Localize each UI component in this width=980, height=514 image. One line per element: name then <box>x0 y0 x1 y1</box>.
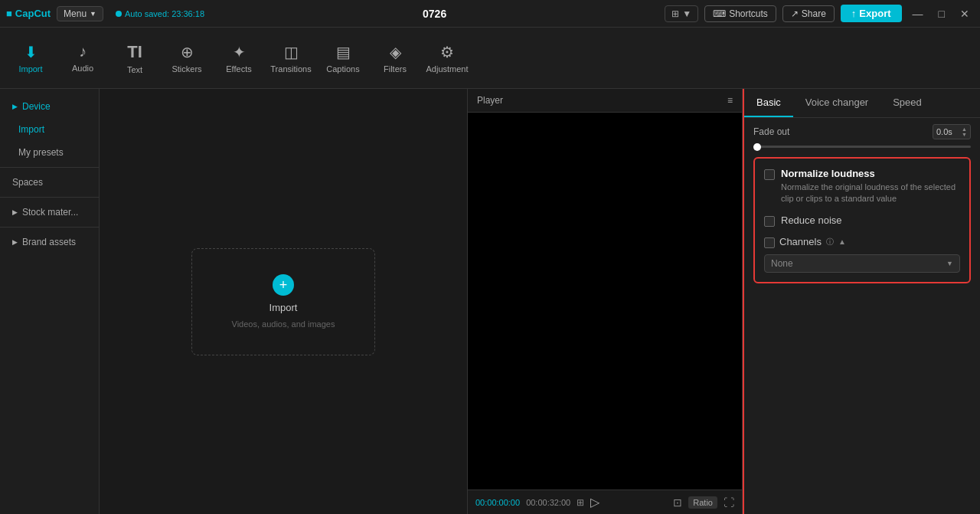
minimize-button[interactable]: — <box>908 6 928 21</box>
tool-captions[interactable]: ▤ Captions <box>318 31 368 85</box>
import-sublabel: Videos, audios, and images <box>232 319 335 329</box>
reduce-noise-row: Reduce noise <box>764 214 960 227</box>
export-button[interactable]: ↑ Export <box>841 5 902 22</box>
separator <box>0 167 99 168</box>
channels-dropdown[interactable]: None ▼ <box>764 254 960 273</box>
spin-arrows: ▲ ▼ <box>962 126 967 137</box>
player-video <box>468 113 742 489</box>
player-area: Player ≡ 00:00:00:00 00:00:32:00 ⊞ ▷ ⊡ R… <box>467 89 743 514</box>
channels-checkbox[interactable] <box>764 237 775 248</box>
slider-track[interactable] <box>753 146 971 148</box>
fade-out-slider <box>753 146 971 148</box>
adjustment-icon: ⚙ <box>440 43 454 61</box>
separator <box>0 197 99 198</box>
autosave-indicator: Auto saved: 23:36:18 <box>116 9 204 18</box>
timecode-total: 00:00:32:00 <box>526 498 570 507</box>
import-label: Import <box>270 302 298 313</box>
device-arrow: ▶ <box>12 103 18 110</box>
topbar-right: ⊞ ▼ ⌨ Shortcuts ↗ Share ↑ Export — □ ✕ <box>665 5 974 22</box>
tool-stickers[interactable]: ⊕ Stickers <box>162 31 211 85</box>
normalize-loudness-checkbox[interactable] <box>764 169 775 180</box>
fade-out-label: Fade out <box>753 126 926 137</box>
tool-import[interactable]: ⬇ Import <box>6 31 55 85</box>
player-controls: 00:00:00:00 00:00:32:00 ⊞ ▷ ⊡ Ratio ⛶ <box>468 489 742 514</box>
fade-out-section: Fade out 0.0s ▲ ▼ <box>753 124 971 148</box>
player-title: Player <box>477 95 503 106</box>
tool-effects[interactable]: ✦ Effects <box>214 31 263 85</box>
left-device[interactable]: ▶ Device <box>0 95 99 118</box>
import-icon: ⬇ <box>24 43 38 61</box>
effects-icon: ✦ <box>233 43 246 61</box>
player-header: Player ≡ <box>468 89 742 113</box>
separator <box>0 227 99 228</box>
menu-button[interactable]: Menu ▼ <box>57 6 103 21</box>
slider-thumb[interactable] <box>753 143 761 151</box>
left-panel: ▶ Device Import My presets Spaces ▶ Stoc… <box>0 89 100 514</box>
player-menu-icon[interactable]: ≡ <box>727 95 733 106</box>
close-button[interactable]: ✕ <box>956 6 974 21</box>
app-logo: ■ CapCut <box>6 8 51 19</box>
tab-voice-changer[interactable]: Voice changer <box>793 89 880 117</box>
fade-out-row: Fade out 0.0s ▲ ▼ <box>753 124 971 139</box>
reduce-noise-label: Reduce noise <box>781 214 842 226</box>
channels-arrow-icon[interactable]: ▲ <box>838 237 846 246</box>
normalize-loudness-title: Normalize loudness <box>781 168 960 179</box>
tool-adjustment[interactable]: ⚙ Adjustment <box>423 31 472 85</box>
reduce-noise-checkbox[interactable] <box>764 216 775 227</box>
tab-speed[interactable]: Speed <box>880 89 934 117</box>
channels-info-icon[interactable]: ⓘ <box>826 237 834 247</box>
center-top: + Import Videos, audios, and images <box>100 89 467 514</box>
captions-icon: ▤ <box>336 43 351 61</box>
share-button[interactable]: ↗ Share <box>782 5 835 22</box>
spin-up[interactable]: ▲ <box>962 126 967 132</box>
topbar: ■ CapCut Menu ▼ Auto saved: 23:36:18 072… <box>0 0 980 28</box>
toolbar: ⬇ Import ♪ Audio TI Text ⊕ Stickers ✦ Ef… <box>0 28 980 89</box>
shortcuts-button[interactable]: ⌨ Shortcuts <box>704 5 776 22</box>
normalize-section: Normalize loudness Normalize the origina… <box>753 157 971 283</box>
text-icon: TI <box>127 42 142 62</box>
view-toggle[interactable]: ⊞ ▼ <box>665 5 698 22</box>
tab-basic[interactable]: Basic <box>744 89 793 117</box>
list-view-icon[interactable]: ⊞ <box>577 497 584 508</box>
channels-label: Channels <box>779 236 822 247</box>
import-drop-zone[interactable]: + Import Videos, audios, and images <box>191 248 375 355</box>
import-plus-icon: + <box>273 274 294 296</box>
normalize-loudness-desc: Normalize the original loudness of the s… <box>781 182 960 205</box>
stickers-icon: ⊕ <box>181 43 194 61</box>
normalize-loudness-content: Normalize loudness Normalize the origina… <box>781 168 960 205</box>
stock-arrow: ▶ <box>12 208 18 216</box>
left-spaces[interactable]: Spaces <box>0 171 99 194</box>
left-brand-assets[interactable]: ▶ Brand assets <box>0 231 99 254</box>
fade-out-input[interactable]: 0.0s ▲ ▼ <box>933 124 971 139</box>
ratio-button[interactable]: Ratio <box>688 496 717 509</box>
right-panel: Basic Voice changer Speed Fade out 0.0s … <box>743 89 980 514</box>
maximize-button[interactable]: □ <box>934 6 949 21</box>
import-area: + Import Videos, audios, and images <box>100 89 467 514</box>
play-button[interactable]: ▷ <box>590 495 599 509</box>
tool-text[interactable]: TI Text <box>110 31 159 85</box>
spin-down[interactable]: ▼ <box>962 132 967 137</box>
filters-icon: ◈ <box>390 43 401 61</box>
dropdown-chevron-icon: ▼ <box>946 260 953 267</box>
left-stock-mater[interactable]: ▶ Stock mater... <box>0 201 99 224</box>
player-icons: ⊡ Ratio ⛶ <box>673 496 734 509</box>
project-id: 0726 <box>211 8 658 20</box>
transitions-icon: ◫ <box>284 43 299 61</box>
tool-audio[interactable]: ♪ Audio <box>58 31 107 85</box>
brand-arrow: ▶ <box>12 238 18 246</box>
left-my-presets[interactable]: My presets <box>0 141 99 164</box>
timecode-current: 00:00:00:00 <box>475 498 520 507</box>
fullscreen-icon[interactable]: ⛶ <box>724 496 734 509</box>
normalize-loudness-row: Normalize loudness Normalize the origina… <box>764 168 960 205</box>
app-name: CapCut <box>15 8 51 19</box>
tool-transitions[interactable]: ◫ Transitions <box>266 31 315 85</box>
tool-filters[interactable]: ◈ Filters <box>371 31 420 85</box>
right-tabs: Basic Voice changer Speed <box>744 89 980 118</box>
right-content: Fade out 0.0s ▲ ▼ <box>744 118 980 514</box>
fullscreen-crop-icon[interactable]: ⊡ <box>673 496 682 509</box>
autosave-dot <box>116 11 122 17</box>
left-import[interactable]: Import <box>0 118 99 141</box>
audio-icon: ♪ <box>79 43 87 61</box>
main-area: ▶ Device Import My presets Spaces ▶ Stoc… <box>0 89 980 514</box>
center-wrapper: + Import Videos, audios, and images <box>100 89 467 514</box>
